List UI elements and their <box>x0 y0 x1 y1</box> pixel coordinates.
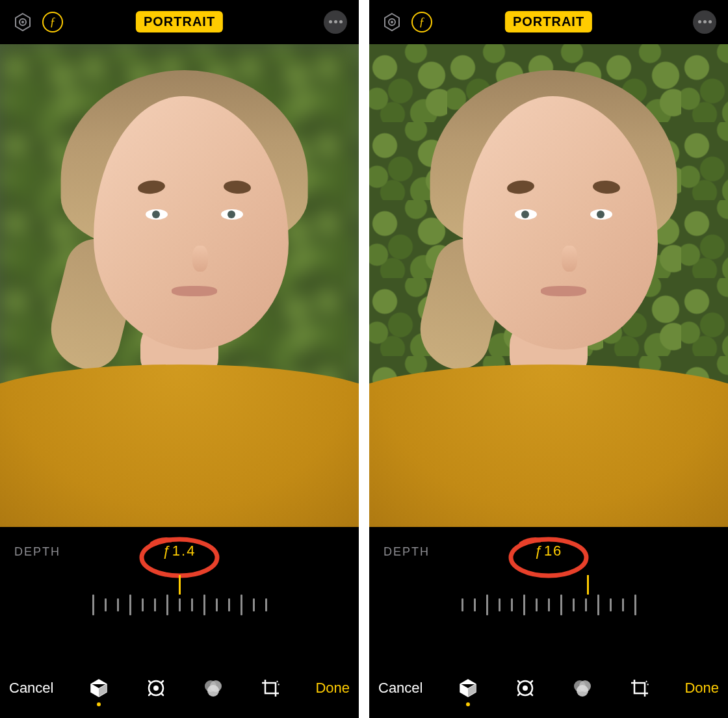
adjust-icon <box>514 677 536 699</box>
svg-point-7 <box>153 686 159 691</box>
lighting-hexagon-icon[interactable] <box>12 11 34 33</box>
crop-icon <box>629 677 651 699</box>
svg-line-26 <box>518 693 520 695</box>
svg-line-25 <box>530 693 532 695</box>
svg-text:ƒ: ƒ <box>419 16 425 29</box>
crop-tool-button[interactable] <box>256 671 285 705</box>
svg-point-2 <box>21 21 24 23</box>
depth-slider[interactable] <box>0 595 359 634</box>
cube-icon <box>457 677 479 699</box>
depth-fstop-value: ƒ16 <box>535 543 563 559</box>
cancel-button[interactable]: Cancel <box>378 680 422 697</box>
slider-indicator <box>587 575 589 595</box>
svg-text:ƒ: ƒ <box>50 16 56 29</box>
filters-tool-button[interactable] <box>568 671 597 705</box>
depth-control-panel: DEPTH ƒ16 <box>369 527 728 663</box>
svg-line-8 <box>149 681 151 683</box>
editor-top-bar: ƒ PORTRAIT <box>0 0 359 44</box>
portrait-tool-button[interactable] <box>84 671 113 705</box>
filters-tool-button[interactable] <box>199 671 228 705</box>
depth-control-panel: DEPTH ƒ1.4 <box>0 527 359 663</box>
aperture-f-icon[interactable]: ƒ <box>42 11 64 33</box>
portrait-tool-button[interactable] <box>454 671 482 705</box>
svg-point-22 <box>523 686 528 691</box>
done-button[interactable]: Done <box>315 680 350 697</box>
mode-badge[interactable]: PORTRAIT <box>505 11 592 32</box>
adjust-tool-button[interactable] <box>511 671 540 705</box>
svg-point-29 <box>577 685 588 697</box>
svg-point-14 <box>207 685 219 697</box>
svg-line-9 <box>161 681 163 683</box>
svg-line-23 <box>518 681 520 683</box>
crop-icon <box>259 677 281 699</box>
cancel-button[interactable]: Cancel <box>9 680 53 697</box>
filters-icon <box>202 677 224 699</box>
photo-preview[interactable] <box>369 44 728 527</box>
bottom-toolbar: Cancel <box>369 663 728 718</box>
bottom-toolbar: Cancel <box>0 663 359 718</box>
lighting-hexagon-icon[interactable] <box>381 11 403 33</box>
phone-screen-right: ƒ PORTRAIT DEPTH ƒ16 <box>369 0 728 718</box>
filters-icon <box>571 677 593 699</box>
svg-point-17 <box>391 21 393 23</box>
svg-line-24 <box>530 681 532 683</box>
depth-fstop-value: ƒ1.4 <box>163 543 196 559</box>
done-button[interactable]: Done <box>684 680 719 697</box>
active-tool-dot <box>97 702 101 706</box>
mode-badge[interactable]: PORTRAIT <box>136 11 223 32</box>
more-options-button[interactable] <box>324 10 347 34</box>
editor-top-bar: ƒ PORTRAIT <box>369 0 728 44</box>
more-options-button[interactable] <box>693 10 716 34</box>
slider-indicator <box>179 575 181 595</box>
crop-tool-button[interactable] <box>625 671 654 705</box>
adjust-tool-button[interactable] <box>142 671 170 705</box>
adjust-icon <box>145 677 167 699</box>
photo-preview[interactable] <box>0 44 359 527</box>
aperture-f-icon[interactable]: ƒ <box>411 11 433 33</box>
cube-icon <box>88 677 110 699</box>
depth-slider[interactable] <box>369 595 728 634</box>
phone-screen-left: ƒ PORTRAIT DEPTH ƒ1.4 <box>0 0 359 718</box>
svg-line-10 <box>161 693 163 695</box>
active-tool-dot <box>466 702 470 706</box>
svg-line-11 <box>149 693 151 695</box>
